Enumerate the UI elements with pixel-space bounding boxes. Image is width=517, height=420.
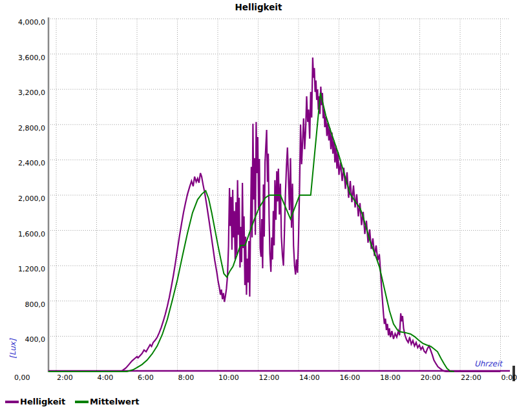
- mittelwert-series-line: [48, 93, 454, 372]
- x-tick-label: 6:00: [138, 373, 154, 382]
- y-tick-label: 3,200,0: [0, 89, 45, 97]
- x-tick-label: 14:00: [299, 373, 320, 382]
- x-tick-label: 22:00: [461, 373, 481, 382]
- y-tick-label: 4,000,0: [0, 18, 45, 26]
- origin-tick-label: 0,00: [14, 373, 30, 382]
- x-tick-label: 10:00: [218, 373, 239, 382]
- y-tick-label: 2,400,0: [0, 159, 45, 167]
- legend-item-helligkeit: Helligkeit: [5, 394, 65, 410]
- helligkeit-line-swatch: [5, 401, 19, 403]
- x-tick-label: 4:00: [98, 373, 114, 382]
- y-tick-label: 1,200,0: [0, 265, 45, 273]
- legend: Helligkeit Mittelwert: [0, 394, 517, 410]
- y-tick-label: 2,000,0: [0, 194, 45, 203]
- x-tick-label: 16:00: [340, 373, 361, 382]
- plot-area: [0, 0, 517, 391]
- x-axis-unit-label: Uhrzeit: [450, 359, 502, 368]
- y-axis-unit-label: [Lux]: [8, 339, 17, 359]
- x-tick-label: 20:00: [421, 373, 441, 382]
- x-tick-label: 8:00: [178, 373, 195, 382]
- y-tick-label: 1,600,0: [0, 230, 45, 238]
- helligkeit-series-line: [48, 58, 500, 372]
- legend-label-mittelwert: Mittelwert: [90, 397, 140, 407]
- chart-canvas: Helligkeit 4,000,03,600,03,200,02,800,02…: [0, 0, 517, 420]
- y-tick-label: 3,600,0: [0, 54, 45, 62]
- x-tick-label: 2:00: [57, 373, 73, 382]
- x-tick-label: 12:00: [259, 373, 280, 382]
- x-tick-label: 0:00: [501, 373, 517, 382]
- y-tick-label: 800,0: [0, 300, 45, 309]
- y-tick-label: 400,0: [0, 335, 45, 344]
- y-tick-label: 2,800,0: [0, 124, 45, 132]
- legend-label-helligkeit: Helligkeit: [20, 397, 65, 407]
- x-tick-label: 18:00: [380, 373, 401, 382]
- mittelwert-line-swatch: [75, 401, 89, 403]
- legend-item-mittelwert: Mittelwert: [75, 394, 140, 410]
